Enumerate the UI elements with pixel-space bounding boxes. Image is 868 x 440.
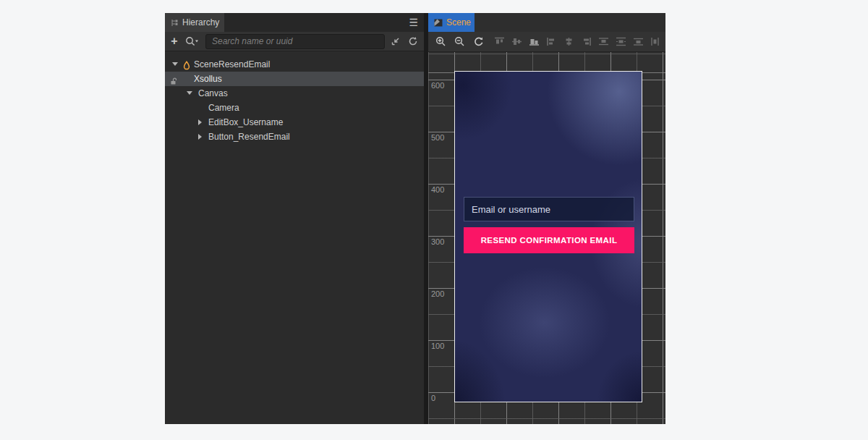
tab-scene[interactable]: Scene bbox=[428, 13, 475, 32]
refresh-icon[interactable] bbox=[407, 35, 420, 48]
align-left-icon[interactable] bbox=[546, 37, 557, 46]
game-canvas[interactable]: RESEND CONFIRMATION EMAIL bbox=[454, 71, 642, 402]
editor-window: Hierarchy ☰ + SceneResendEmail bbox=[165, 13, 665, 424]
tab-hierarchy[interactable]: Hierarchy bbox=[165, 13, 224, 32]
tree-row-scene-root[interactable]: SceneResendEmail bbox=[165, 57, 424, 72]
zoom-controls bbox=[434, 35, 485, 48]
tree-row-editbox-username[interactable]: EditBox_Username bbox=[165, 115, 424, 130]
align-bottom-icon[interactable] bbox=[529, 37, 540, 46]
collapse-all-icon[interactable] bbox=[389, 35, 402, 48]
tree-item-label[interactable]: Canvas bbox=[198, 86, 228, 101]
tree-row-camera[interactable]: Camera bbox=[165, 101, 424, 115]
ruler-label: 500 bbox=[431, 133, 444, 142]
chevron-right-icon[interactable] bbox=[198, 134, 202, 140]
ruler-label: 600 bbox=[431, 81, 444, 90]
chevron-down-icon[interactable] bbox=[187, 91, 192, 95]
email-or-username-field[interactable] bbox=[464, 197, 634, 221]
align-hcenter-icon[interactable] bbox=[563, 37, 574, 46]
tab-hierarchy-label: Hierarchy bbox=[182, 17, 219, 28]
resend-confirmation-email-button[interactable]: RESEND CONFIRMATION EMAIL bbox=[464, 227, 634, 253]
hierarchy-toolbar: + bbox=[165, 32, 424, 51]
search-input[interactable] bbox=[205, 34, 385, 49]
tree-item-label[interactable]: SceneResendEmail bbox=[194, 57, 270, 72]
reset-view-icon[interactable] bbox=[472, 35, 485, 48]
distribute-top-icon[interactable] bbox=[598, 37, 609, 46]
ruler-label: 400 bbox=[431, 185, 444, 194]
scene-toolbar bbox=[428, 32, 665, 52]
tree-item-label[interactable]: Button_ResendEmail bbox=[208, 130, 290, 144]
ruler-label: 0 bbox=[431, 394, 435, 402]
ruler-label: 200 bbox=[431, 289, 444, 298]
tree-row-button-resendemail[interactable]: Button_ResendEmail bbox=[165, 130, 424, 144]
scene-tabbar: Scene bbox=[428, 13, 665, 33]
tree-row-xsollus[interactable]: Xsollus bbox=[165, 72, 424, 86]
distribute-vcenter-icon[interactable] bbox=[616, 37, 626, 46]
align-right-icon[interactable] bbox=[581, 37, 592, 46]
scene-viewport[interactable]: 600 500 400 300 200 100 0 RESEND CONFIRM… bbox=[428, 52, 665, 424]
scene-image-icon bbox=[434, 19, 443, 27]
distribute-left-icon[interactable] bbox=[650, 37, 661, 46]
tree-item-label[interactable]: Camera bbox=[208, 101, 239, 115]
hierarchy-tree: SceneResendEmail Xsollus Canvas Camera E… bbox=[165, 51, 424, 424]
zoom-in-icon[interactable] bbox=[434, 35, 447, 48]
align-vcenter-icon[interactable] bbox=[511, 37, 522, 46]
search-filter-icon[interactable] bbox=[184, 35, 201, 48]
tree-row-canvas[interactable]: Canvas bbox=[165, 86, 424, 101]
chevron-right-icon[interactable] bbox=[198, 119, 202, 125]
ruler-label: 100 bbox=[431, 342, 444, 350]
panel-menu-icon[interactable]: ☰ bbox=[409, 17, 418, 28]
distribute-bottom-icon[interactable] bbox=[633, 37, 644, 46]
hierarchy-panel: Hierarchy ☰ + SceneResendEmail bbox=[165, 13, 424, 424]
ruler-label: 300 bbox=[431, 237, 444, 246]
hierarchy-tree-icon bbox=[171, 19, 179, 27]
scene-panel: Scene bbox=[428, 13, 665, 424]
tree-item-label[interactable]: EditBox_Username bbox=[208, 115, 283, 130]
add-node-icon[interactable]: + bbox=[169, 35, 179, 47]
zoom-out-icon[interactable] bbox=[453, 35, 466, 48]
tree-item-label[interactable]: Xsollus bbox=[194, 72, 222, 86]
tab-scene-label: Scene bbox=[446, 17, 471, 28]
hierarchy-tabbar: Hierarchy ☰ bbox=[165, 13, 424, 33]
align-top-icon[interactable] bbox=[494, 37, 505, 46]
chevron-down-icon[interactable] bbox=[172, 62, 178, 66]
